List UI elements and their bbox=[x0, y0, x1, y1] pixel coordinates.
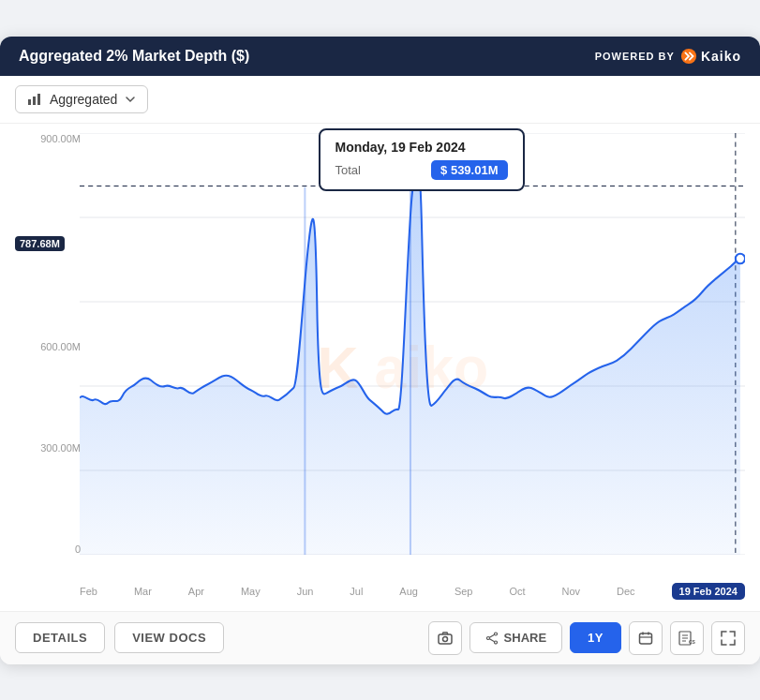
chevron-down-icon bbox=[125, 94, 136, 105]
chart-area: Monday, 19 Feb 2024 Total $ 539.01M 900.… bbox=[0, 124, 760, 611]
expand-icon bbox=[721, 631, 736, 646]
x-label-oct: Oct bbox=[509, 586, 525, 597]
dropdown-label: Aggregated bbox=[50, 92, 117, 107]
chart-title: Aggregated 2% Market Depth ($) bbox=[19, 48, 249, 65]
aggregated-dropdown[interactable]: Aggregated bbox=[15, 85, 148, 113]
brand-area: POWERED BY Kaiko bbox=[595, 48, 741, 65]
y-label-787: 787.68M bbox=[15, 234, 81, 251]
kaiko-icon bbox=[680, 48, 697, 65]
main-card: Aggregated 2% Market Depth ($) POWERED B… bbox=[0, 37, 760, 664]
calendar-icon bbox=[638, 631, 653, 646]
svg-point-16 bbox=[736, 253, 745, 262]
x-label-aug: Aug bbox=[399, 586, 418, 597]
x-label-mar: Mar bbox=[134, 586, 152, 597]
chart-svg: K aiko bbox=[80, 133, 745, 555]
tooltip-date: Monday, 19 Feb 2024 bbox=[335, 140, 508, 155]
y-label-0: 0 bbox=[15, 544, 81, 555]
calendar-button[interactable] bbox=[629, 621, 663, 655]
x-axis: Feb Mar Apr May Jun Jul Aug Sep Oct Nov … bbox=[80, 583, 745, 600]
footer-right: SHARE 1Y CSV bbox=[428, 621, 745, 655]
svg-rect-2 bbox=[33, 97, 36, 105]
x-label-sep: Sep bbox=[455, 586, 473, 597]
x-label-feb: Feb bbox=[80, 586, 97, 597]
tooltip-row: Total $ 539.01M bbox=[335, 160, 508, 180]
x-label-apr: Apr bbox=[188, 586, 204, 597]
header: Aggregated 2% Market Depth ($) POWERED B… bbox=[0, 37, 760, 76]
share-button[interactable]: SHARE bbox=[469, 622, 563, 653]
svg-rect-3 bbox=[37, 94, 40, 105]
svg-point-18 bbox=[442, 636, 447, 641]
tooltip-box: Monday, 19 Feb 2024 Total $ 539.01M bbox=[319, 128, 525, 191]
x-label-jul: Jul bbox=[350, 586, 363, 597]
svg-rect-24 bbox=[640, 633, 652, 644]
chart-inner: K aiko bbox=[80, 133, 745, 555]
y-axis: 900.00M 787.68M 600.00M 300.00M 0 bbox=[15, 133, 81, 555]
view-docs-button[interactable]: VIEW DOCS bbox=[114, 622, 224, 653]
svg-line-23 bbox=[489, 638, 494, 641]
footer: DETAILS VIEW DOCS SHARE bbox=[0, 611, 760, 664]
toolbar: Aggregated bbox=[0, 76, 760, 124]
expand-button[interactable] bbox=[711, 621, 745, 655]
svg-rect-1 bbox=[28, 99, 31, 105]
svg-text:CSV: CSV bbox=[689, 639, 695, 645]
footer-left: DETAILS VIEW DOCS bbox=[15, 622, 224, 653]
tooltip-value: $ 539.01M bbox=[431, 160, 507, 180]
kaiko-logo: Kaiko bbox=[680, 48, 741, 65]
x-label-jun: Jun bbox=[297, 586, 314, 597]
x-label-dec: Dec bbox=[617, 586, 635, 597]
y-label-600: 600.00M bbox=[15, 341, 81, 352]
svg-rect-17 bbox=[439, 634, 452, 644]
period-1y-button[interactable]: 1Y bbox=[570, 622, 621, 653]
x-label-may: May bbox=[241, 586, 261, 597]
share-label: SHARE bbox=[504, 631, 547, 645]
svg-point-19 bbox=[494, 633, 497, 635]
csv-icon: CSV bbox=[678, 631, 695, 646]
share-icon bbox=[485, 632, 499, 645]
kaiko-label: Kaiko bbox=[701, 49, 741, 64]
y-label-300: 300.00M bbox=[15, 442, 81, 454]
csv-button[interactable]: CSV bbox=[670, 621, 704, 655]
powered-by-label: POWERED BY bbox=[595, 51, 675, 62]
x-label-nov: Nov bbox=[562, 586, 581, 597]
camera-button[interactable] bbox=[428, 621, 462, 655]
details-button[interactable]: DETAILS bbox=[15, 622, 105, 653]
svg-point-20 bbox=[486, 636, 489, 639]
x-label-19feb: 19 Feb 2024 bbox=[672, 583, 745, 600]
svg-line-22 bbox=[489, 634, 494, 637]
tooltip-label: Total bbox=[335, 163, 361, 177]
chart-bar-icon bbox=[27, 92, 42, 107]
camera-icon bbox=[438, 631, 453, 646]
svg-point-21 bbox=[494, 641, 497, 644]
y-label-900: 900.00M bbox=[15, 133, 81, 144]
